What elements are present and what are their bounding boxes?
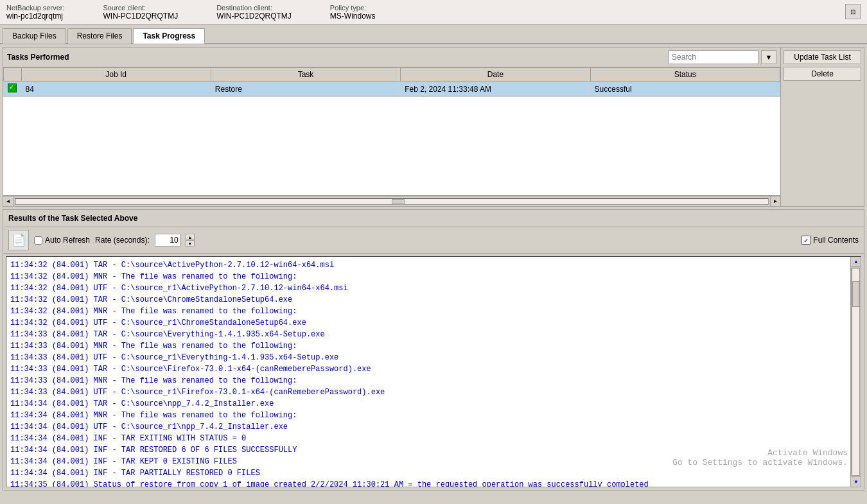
source-client-label: Source client: bbox=[103, 4, 178, 12]
search-input[interactable] bbox=[669, 50, 758, 64]
scroll-track bbox=[15, 198, 769, 205]
destination-client: Destination client: WIN-PC1D2QRQTMJ bbox=[216, 4, 292, 21]
log-line: 11:34:33 (84.001) TAR - C:\source\Everyt… bbox=[10, 329, 848, 340]
scroll-up-button[interactable]: ▲ bbox=[851, 257, 861, 267]
log-line: 11:34:32 (84.001) MNR - The file was ren… bbox=[10, 306, 848, 317]
full-contents-checked-icon: ✓ bbox=[801, 236, 810, 245]
log-line: 11:34:33 (84.001) UTF - C:\source_r1\Eve… bbox=[10, 352, 848, 363]
update-task-list-button[interactable]: Update Task List bbox=[784, 50, 861, 64]
table-header: Job Id Task Date Status bbox=[4, 68, 780, 82]
scroll-right-button[interactable]: ► bbox=[770, 196, 780, 207]
scroll-thumb[interactable] bbox=[392, 199, 405, 204]
full-contents-label: Full Contents bbox=[813, 236, 859, 245]
tab-backup-files[interactable]: Backup Files bbox=[3, 28, 66, 44]
tasks-header: Tasks Performed ▼ bbox=[3, 48, 780, 67]
col-checkbox bbox=[4, 68, 22, 82]
tab-task-progress[interactable]: Task Progress bbox=[133, 28, 205, 44]
task-table-container: Job Id Task Date Status 84 bbox=[3, 67, 780, 196]
row-task: Restore bbox=[211, 82, 400, 97]
source-client-value: WIN-PC1D2QRQTMJ bbox=[103, 12, 178, 21]
netbackup-server: NetBackup server: win-pc1d2qrqtmj bbox=[6, 4, 64, 21]
destination-client-label: Destination client: bbox=[216, 4, 292, 12]
rate-spinner: ▲ ▼ bbox=[186, 234, 195, 247]
log-line: 11:34:32 (84.001) UTF - C:\source_r1\Chr… bbox=[10, 317, 848, 329]
auto-refresh-label[interactable]: Auto Refresh bbox=[34, 236, 90, 245]
row-job-id: 84 bbox=[21, 82, 211, 97]
log-line: 11:34:33 (84.001) TAR - C:\source\Firefo… bbox=[10, 363, 848, 375]
col-date: Date bbox=[401, 68, 590, 82]
tab-bar: Backup Files Restore Files Task Progress bbox=[0, 25, 867, 44]
log-line: 11:34:34 (84.001) TAR - C:\source\npp_7.… bbox=[10, 398, 848, 410]
log-content: 11:34:32 (84.001) TAR - C:\source\Active… bbox=[6, 257, 861, 487]
vertical-scrollbar[interactable]: ▲ ▼ bbox=[850, 257, 861, 487]
results-icon: 📄 bbox=[8, 230, 29, 250]
log-line: 11:34:34 (84.001) INF - TAR EXITING WITH… bbox=[10, 433, 848, 444]
log-line: 11:34:34 (84.001) UTF - C:\source_r1\npp… bbox=[10, 421, 848, 433]
log-line: 11:34:33 (84.001) UTF - C:\source_r1\Fir… bbox=[10, 387, 848, 398]
scroll-left-button[interactable]: ◄ bbox=[3, 196, 13, 207]
log-line: 11:34:32 (84.001) TAR - C:\source\Active… bbox=[10, 259, 848, 271]
rate-input[interactable] bbox=[155, 234, 180, 247]
table-row[interactable]: 84 Restore Feb 2, 2024 11:33:48 AM Succe… bbox=[4, 82, 780, 97]
log-line: 11:34:34 (84.001) INF - TAR KEPT 0 EXIST… bbox=[10, 456, 848, 467]
tasks-area: Tasks Performed ▼ Job Id Task bbox=[3, 47, 864, 207]
auto-refresh-checkbox[interactable] bbox=[34, 236, 42, 245]
log-line: 11:34:34 (84.001) INF - TAR RESTORED 6 O… bbox=[10, 444, 848, 456]
col-job-id: Job Id bbox=[21, 68, 211, 82]
col-task: Task bbox=[211, 68, 400, 82]
log-line: 11:34:32 (84.001) TAR - C:\source\Chrome… bbox=[10, 294, 848, 306]
row-status: Successful bbox=[590, 82, 780, 97]
v-scroll-thumb[interactable] bbox=[852, 281, 859, 307]
table-scroll-area: Job Id Task Date Status 84 bbox=[3, 67, 780, 97]
log-area: 11:34:32 (84.001) TAR - C:\source\Active… bbox=[6, 256, 861, 487]
table-body: 84 Restore Feb 2, 2024 11:33:48 AM Succe… bbox=[4, 82, 780, 97]
spin-down-button[interactable]: ▼ bbox=[186, 240, 195, 247]
log-line: 11:34:32 (84.001) MNR - The file was ren… bbox=[10, 271, 848, 282]
restore-window-button[interactable]: ⊡ bbox=[845, 4, 861, 19]
spin-up-button[interactable]: ▲ bbox=[186, 234, 195, 240]
destination-client-value: WIN-PC1D2QRQTMJ bbox=[216, 12, 292, 21]
col-status: Status bbox=[590, 68, 780, 82]
log-line: 11:34:34 (84.001) MNR - The file was ren… bbox=[10, 410, 848, 421]
policy-type: Policy type: MS-Windows bbox=[330, 4, 376, 21]
full-contents-checkbox-area[interactable]: ✓ Full Contents bbox=[801, 236, 859, 245]
log-line: 11:34:35 (84.001) Status of restore from… bbox=[10, 479, 848, 487]
filter-button[interactable]: ▼ bbox=[761, 50, 776, 64]
checked-icon bbox=[8, 83, 17, 92]
horizontal-scrollbar[interactable]: ◄ ► bbox=[3, 196, 780, 206]
netbackup-server-value: win-pc1d2qrqtmj bbox=[6, 12, 64, 21]
tasks-area-left: Tasks Performed ▼ Job Id Task bbox=[3, 48, 780, 206]
policy-type-label: Policy type: bbox=[330, 4, 376, 12]
tasks-controls: ▼ bbox=[669, 50, 776, 64]
netbackup-server-label: NetBackup server: bbox=[6, 4, 64, 12]
results-section: Results of the Task Selected Above 📄 Aut… bbox=[3, 209, 864, 491]
log-line: 11:34:34 (84.001) INF - TAR PARTIALLY RE… bbox=[10, 467, 848, 479]
v-scroll-track bbox=[852, 268, 860, 476]
delete-button[interactable]: Delete bbox=[784, 67, 861, 81]
row-checkbox[interactable] bbox=[4, 82, 22, 97]
results-controls: 📄 Auto Refresh Rate (seconds): ▲ ▼ ✓ Ful… bbox=[3, 227, 864, 254]
policy-type-value: MS-Windows bbox=[330, 12, 376, 21]
scroll-down-button[interactable]: ▼ bbox=[851, 476, 861, 487]
rate-label: Rate (seconds): bbox=[95, 236, 150, 245]
task-table: Job Id Task Date Status 84 bbox=[3, 67, 780, 97]
source-client: Source client: WIN-PC1D2QRQTMJ bbox=[103, 4, 178, 21]
log-line: 11:34:33 (84.001) MNR - The file was ren… bbox=[10, 340, 848, 352]
header-bar: NetBackup server: win-pc1d2qrqtmj Source… bbox=[0, 0, 867, 25]
tasks-buttons-panel: Update Task List Delete bbox=[780, 48, 864, 206]
tab-restore-files[interactable]: Restore Files bbox=[67, 28, 132, 44]
log-line: 11:34:33 (84.001) MNR - The file was ren… bbox=[10, 375, 848, 387]
results-header: Results of the Task Selected Above bbox=[3, 210, 864, 227]
row-date: Feb 2, 2024 11:33:48 AM bbox=[401, 82, 590, 97]
tasks-title: Tasks Performed bbox=[7, 53, 69, 62]
log-line: 11:34:32 (84.001) UTF - C:\source_r1\Act… bbox=[10, 282, 848, 294]
